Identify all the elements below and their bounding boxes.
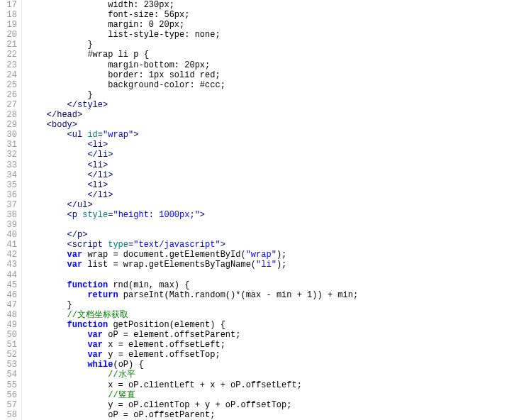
line-number: 47 bbox=[0, 300, 21, 310]
line-number: 49 bbox=[0, 320, 21, 330]
code-line[interactable]: </ul> bbox=[26, 200, 519, 210]
code-line[interactable]: </p> bbox=[26, 230, 519, 240]
line-number: 21 bbox=[0, 40, 21, 50]
code-line[interactable]: <p style="height: 1000px;"> bbox=[26, 210, 519, 220]
code-line[interactable]: var list = wrap.getElementsByTagName("li… bbox=[26, 260, 519, 270]
code-line[interactable]: //水平 bbox=[26, 370, 519, 380]
code-line[interactable]: } bbox=[26, 90, 519, 100]
code-token bbox=[26, 290, 87, 300]
code-token bbox=[26, 120, 47, 130]
line-number: 29 bbox=[0, 120, 21, 130]
code-line[interactable]: </head> bbox=[26, 110, 519, 120]
line-number: 17 bbox=[0, 0, 21, 10]
code-token: width: 230px; bbox=[26, 0, 174, 10]
code-line[interactable] bbox=[26, 220, 519, 230]
code-token: list-style-type: none; bbox=[26, 30, 221, 40]
line-number: 28 bbox=[0, 110, 21, 120]
code-token: oP = element.offsetParent; bbox=[103, 330, 240, 340]
code-token: "text/javascript" bbox=[133, 240, 220, 250]
code-line[interactable]: //竖直 bbox=[26, 390, 519, 400]
code-line[interactable]: font-size: 56px; bbox=[26, 10, 519, 20]
code-area[interactable]: width: 230px; font-size: 56px; margin: 0… bbox=[22, 0, 519, 420]
code-token: "height: 1000px;" bbox=[113, 210, 199, 220]
code-token: style bbox=[82, 210, 108, 220]
code-token: var bbox=[87, 340, 103, 350]
code-token: <p bbox=[67, 210, 83, 220]
line-number: 53 bbox=[0, 360, 21, 370]
code-token bbox=[26, 200, 67, 210]
code-line[interactable]: list-style-type: none; bbox=[26, 30, 519, 40]
line-number: 35 bbox=[0, 180, 21, 190]
code-line[interactable]: margin-bottom: 20px; bbox=[26, 60, 519, 70]
code-token: > bbox=[200, 210, 205, 220]
code-token: ); bbox=[277, 260, 286, 270]
code-token: y = oP.clientTop + y + oP.offsetTop; bbox=[26, 400, 291, 410]
code-line[interactable] bbox=[26, 270, 519, 280]
line-number: 57 bbox=[0, 400, 21, 410]
line-number: 38 bbox=[0, 210, 21, 220]
line-number: 45 bbox=[0, 280, 21, 290]
code-line[interactable]: #wrap li p { bbox=[26, 50, 519, 60]
code-token: } bbox=[26, 300, 72, 310]
code-line[interactable]: y = oP.clientTop + y + oP.offsetTop; bbox=[26, 400, 519, 410]
code-token bbox=[26, 210, 67, 220]
code-token: <li> bbox=[87, 140, 108, 150]
code-token: margin: 0 20px; bbox=[26, 20, 184, 30]
code-line[interactable]: <li> bbox=[26, 180, 519, 190]
code-token: <li> bbox=[87, 160, 108, 170]
code-line[interactable]: width: 230px; bbox=[26, 0, 519, 10]
code-line[interactable]: <ul id="wrap"> bbox=[26, 130, 519, 140]
code-line[interactable]: <body> bbox=[26, 120, 519, 130]
line-number: 39 bbox=[0, 220, 21, 230]
code-line[interactable]: </li> bbox=[26, 150, 519, 160]
code-line[interactable]: var y = element.offsetTop; bbox=[26, 350, 519, 360]
code-token: var bbox=[87, 330, 103, 340]
code-line[interactable]: var x = element.offsetLeft; bbox=[26, 340, 519, 350]
code-token bbox=[26, 330, 87, 340]
code-line[interactable]: var wrap = document.getElementById("wrap… bbox=[26, 250, 519, 260]
code-line[interactable]: } bbox=[26, 40, 519, 50]
code-line[interactable]: <script type="text/javascript"> bbox=[26, 240, 519, 250]
code-line[interactable]: </li> bbox=[26, 190, 519, 200]
code-editor: 1718192021222324252627282930313233343536… bbox=[0, 0, 519, 420]
code-token: "wrap" bbox=[103, 130, 133, 140]
code-token bbox=[26, 230, 67, 240]
code-line[interactable]: <li> bbox=[26, 140, 519, 150]
line-number: 44 bbox=[0, 270, 21, 280]
line-number: 37 bbox=[0, 200, 21, 210]
code-line[interactable]: </li> bbox=[26, 170, 519, 180]
code-token bbox=[26, 110, 47, 120]
line-number: 51 bbox=[0, 340, 21, 350]
code-line[interactable]: </style> bbox=[26, 100, 519, 110]
code-line[interactable]: } bbox=[26, 300, 519, 310]
code-token: //文档坐标获取 bbox=[67, 310, 128, 320]
code-token: } bbox=[26, 90, 93, 100]
line-number: 30 bbox=[0, 130, 21, 140]
code-line[interactable]: return parseInt(Math.random()*(max - min… bbox=[26, 290, 519, 300]
code-line[interactable]: //文档坐标获取 bbox=[26, 310, 519, 320]
code-line[interactable]: while(oP) { bbox=[26, 360, 519, 370]
line-number: 48 bbox=[0, 310, 21, 320]
code-token bbox=[26, 340, 87, 350]
line-number: 55 bbox=[0, 380, 21, 390]
code-token bbox=[26, 180, 87, 190]
code-line[interactable]: function rnd(min, max) { bbox=[26, 280, 519, 290]
code-token: border: 1px solid red; bbox=[26, 70, 221, 80]
code-token: "li" bbox=[256, 260, 277, 270]
line-number: 27 bbox=[0, 100, 21, 110]
code-line[interactable]: oP = oP.offsetParent; bbox=[26, 410, 519, 420]
code-line[interactable]: border: 1px solid red; bbox=[26, 70, 519, 80]
line-number: 56 bbox=[0, 390, 21, 400]
code-line[interactable]: var oP = element.offsetParent; bbox=[26, 330, 519, 340]
line-number: 41 bbox=[0, 240, 21, 250]
code-line[interactable]: <li> bbox=[26, 160, 519, 170]
code-line[interactable]: margin: 0 20px; bbox=[26, 20, 519, 30]
code-token: ); bbox=[277, 250, 286, 260]
code-line[interactable]: function getPosition(element) { bbox=[26, 320, 519, 330]
line-number: 18 bbox=[0, 10, 21, 20]
code-line[interactable]: background-color: #ccc; bbox=[26, 80, 519, 90]
code-token: </li> bbox=[87, 170, 113, 180]
code-token bbox=[26, 390, 108, 400]
code-line[interactable]: x = oP.clientLeft + x + oP.offsetLeft; bbox=[26, 380, 519, 390]
code-token: > bbox=[221, 240, 225, 250]
